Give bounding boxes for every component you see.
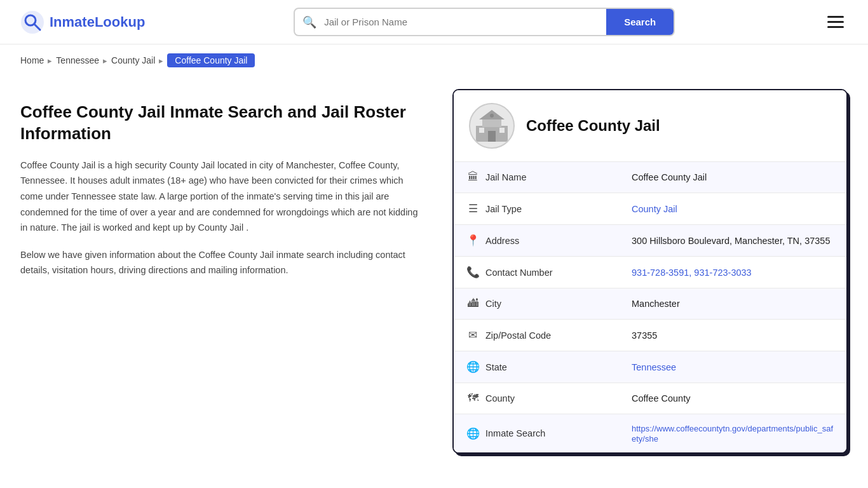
logo-text: InmateLookup [50,14,145,30]
search-input[interactable] [324,10,606,34]
svg-rect-8 [499,128,505,133]
breadcrumb-sep-1: ▸ [48,56,52,65]
hamburger-line-3 [827,26,844,28]
label-city: City [485,299,501,309]
breadcrumb-sep-2: ▸ [103,56,107,65]
label-inmate-search: Inmate Search [485,428,545,438]
table-row: 🌐 State Tennessee [454,351,846,383]
page-title: Coffee County Jail Inmate Search and Jai… [20,102,427,145]
table-row: ✉ Zip/Postal Code 37355 [454,320,846,351]
svg-rect-4 [482,119,501,127]
value-county: Coffee County [619,383,846,414]
value-state: Tennessee [619,351,846,383]
value-jail-type: County Jail [619,193,846,225]
city-icon: 🏙 [466,297,479,310]
breadcrumb-county-jail[interactable]: County Jail [111,55,155,65]
main-content: Coffee County Jail Inmate Search and Jai… [0,76,868,479]
label-zip: Zip/Postal Code [485,330,551,341]
value-contact: 931-728-3591, 931-723-3033 [619,257,846,288]
logo-icon [20,10,44,34]
breadcrumb-current: Coffee County Jail [167,53,255,67]
list-icon: ☰ [466,202,479,215]
table-row: 🏛 Jail Name Coffee County Jail [454,162,846,193]
value-city: Manchester [619,288,846,320]
svg-point-9 [490,114,494,118]
jail-name-header: Coffee County Jail [526,117,660,135]
state-link[interactable]: Tennessee [632,362,676,372]
svg-rect-6 [488,131,496,142]
jail-avatar [469,103,515,149]
page-desc-2: Below we have given information about th… [20,247,427,278]
jail-type-link[interactable]: County Jail [632,204,677,214]
breadcrumb-tennessee[interactable]: Tennessee [56,55,99,65]
value-address: 300 Hillsboro Boulevard, Manchester, TN,… [619,225,846,257]
breadcrumb: Home ▸ Tennessee ▸ County Jail ▸ Coffee … [0,44,868,76]
table-row: 📞 Contact Number 931-728-3591, 931-723-3… [454,257,846,288]
label-contact: Contact Number [485,268,553,278]
inmate-search-link[interactable]: https://www.coffeecountytn.gov/departmen… [632,424,833,444]
hamburger-line-1 [827,16,844,18]
globe-icon: 🌐 [466,360,479,374]
table-row: 🏙 City Manchester [454,288,846,320]
hamburger-line-2 [827,21,844,23]
value-jail-name: Coffee County Jail [619,162,846,193]
breadcrumb-sep-3: ▸ [159,56,163,65]
jail-building-icon [473,107,511,145]
search-bar-icon: 🔍 [295,15,324,29]
info-card: Coffee County Jail 🏛 Jail Name Coffee Co… [452,89,848,454]
table-row: 📍 Address 300 Hillsboro Boulevard, Manch… [454,225,846,257]
page-desc-1: Coffee County Jail is a high security Co… [20,158,427,236]
contact-number-link[interactable]: 931-728-3591, 931-723-3033 [632,268,752,278]
value-inmate-search: https://www.coffeecountytn.gov/departmen… [619,414,846,453]
right-column: Coffee County Jail 🏛 Jail Name Coffee Co… [452,89,848,454]
pin-icon: 📍 [466,234,479,247]
jail-icon: 🏛 [466,171,479,184]
county-icon: 🗺 [466,392,479,405]
value-zip: 37355 [619,320,846,351]
mail-icon: ✉ [466,329,479,342]
table-row: 🌐 Inmate Search https://www.coffeecounty… [454,414,846,453]
phone-icon: 📞 [466,266,479,279]
breadcrumb-home[interactable]: Home [20,55,44,65]
svg-rect-7 [479,128,484,133]
search-button[interactable]: Search [606,9,674,35]
table-row: ☰ Jail Type County Jail [454,193,846,225]
header: InmateLookup 🔍 Search [0,0,868,44]
info-card-header: Coffee County Jail [454,90,846,161]
info-table: 🏛 Jail Name Coffee County Jail ☰ Jail Ty… [454,161,846,452]
search-bar: 🔍 Search [294,8,675,36]
label-county: County [485,393,515,403]
label-jail-type: Jail Type [485,204,522,214]
inmate-search-icon: 🌐 [466,427,479,440]
hamburger-menu[interactable] [824,12,848,32]
label-state: State [485,362,507,372]
logo-link[interactable]: InmateLookup [20,10,145,34]
label-address: Address [485,236,519,246]
left-column: Coffee County Jail Inmate Search and Jai… [20,89,427,290]
table-row: 🗺 County Coffee County [454,383,846,414]
label-jail-name: Jail Name [485,172,526,182]
